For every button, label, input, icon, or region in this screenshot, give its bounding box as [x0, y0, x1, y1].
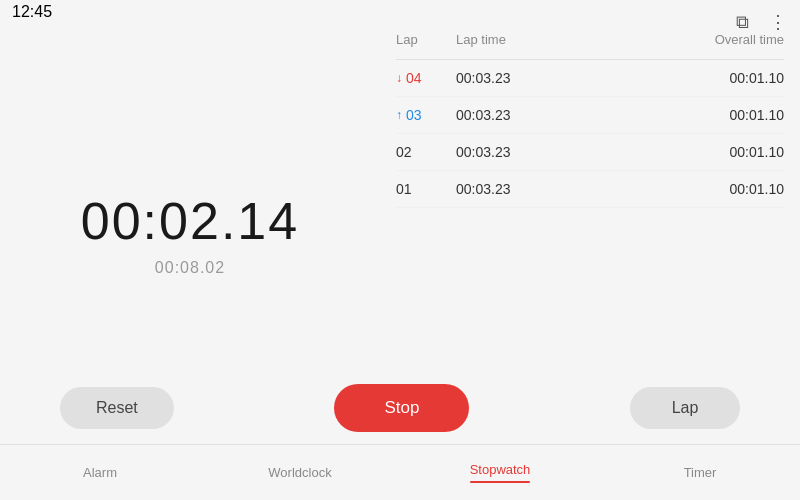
- bottom-nav: AlarmWorldclockStopwatchTimer: [0, 444, 800, 500]
- nav-item-alarm[interactable]: Alarm: [0, 454, 200, 491]
- nav-label: Alarm: [83, 465, 117, 480]
- header-overall: Overall time: [664, 32, 784, 47]
- reset-button[interactable]: Reset: [60, 387, 174, 429]
- lap-number: 04: [406, 70, 422, 86]
- overall-time-col: 00:01.10: [664, 181, 784, 197]
- overall-time-col: 00:01.10: [664, 144, 784, 160]
- buttons-area: Reset Stop Lap: [0, 372, 800, 444]
- lap-number: 01: [396, 181, 412, 197]
- main-time: 00:02.14: [81, 191, 299, 251]
- table-row: ↓ 04 00:03.23 00:01.10: [396, 60, 784, 97]
- lap-col: 02: [396, 144, 456, 160]
- overall-time-col: 00:01.10: [664, 107, 784, 123]
- nav-active-underline: [470, 481, 530, 483]
- nav-item-worldclock[interactable]: Worldclock: [200, 454, 400, 491]
- lap-arrow-icon: ↑: [396, 108, 402, 122]
- nav-item-stopwatch[interactable]: Stopwatch: [400, 454, 600, 491]
- lap-col: ↓ 04: [396, 70, 456, 86]
- nav-label: Stopwatch: [470, 462, 531, 477]
- lap-col: 01: [396, 181, 456, 197]
- stop-button[interactable]: Stop: [334, 384, 469, 432]
- lap-time-col: 00:03.23: [456, 70, 664, 86]
- sub-time: 00:08.02: [155, 259, 225, 277]
- status-bar: 12:45: [0, 0, 800, 24]
- lap-number: 03: [406, 107, 422, 123]
- nav-label: Worldclock: [268, 465, 331, 480]
- lap-time-col: 00:03.23: [456, 181, 664, 197]
- nav-item-timer[interactable]: Timer: [600, 454, 800, 491]
- lap-time-col: 00:03.23: [456, 107, 664, 123]
- header-lap: Lap: [396, 32, 456, 47]
- lap-button[interactable]: Lap: [630, 387, 740, 429]
- lap-rows-container: ↓ 04 00:03.23 00:01.10 ↑ 03 00:03.23 00:…: [396, 60, 784, 208]
- status-time: 12:45: [12, 3, 52, 21]
- header-laptime: Lap time: [456, 32, 664, 47]
- lap-col: ↑ 03: [396, 107, 456, 123]
- lap-arrow-icon: ↓: [396, 71, 402, 85]
- table-row: ↑ 03 00:03.23 00:01.10: [396, 97, 784, 134]
- table-row: 01 00:03.23 00:01.10: [396, 171, 784, 208]
- table-row: 02 00:03.23 00:01.10: [396, 134, 784, 171]
- overall-time-col: 00:01.10: [664, 70, 784, 86]
- nav-label: Timer: [684, 465, 717, 480]
- lap-number: 02: [396, 144, 412, 160]
- laps-header: Lap Lap time Overall time: [396, 24, 784, 60]
- lap-time-col: 00:03.23: [456, 144, 664, 160]
